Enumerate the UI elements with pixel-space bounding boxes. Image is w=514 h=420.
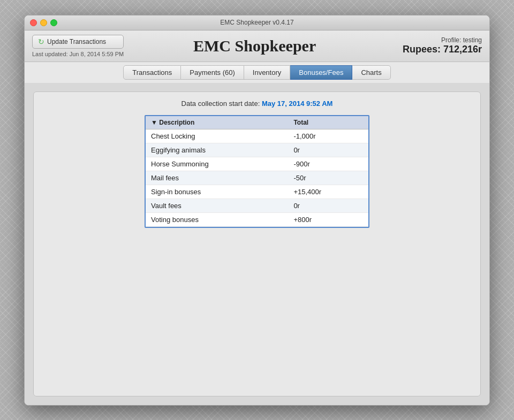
maximize-button[interactable] — [50, 19, 57, 26]
table-row: Horse Summoning-900r — [146, 157, 368, 171]
tab-payments[interactable]: Payments (60) — [181, 65, 244, 80]
cell-description: Horse Summoning — [146, 157, 288, 171]
main-window: EMC Shopkeeper v0.4.17 ↻ Update Transact… — [24, 15, 490, 406]
col-header-description[interactable]: ▼ Description — [146, 116, 288, 129]
cell-description: Vault fees — [146, 198, 288, 212]
table-row: Chest Locking-1,000r — [146, 129, 368, 143]
title-bar: EMC Shopkeeper v0.4.17 — [25, 16, 489, 30]
cell-description: Chest Locking — [146, 129, 288, 143]
table-header-row: ▼ Description Total — [146, 116, 368, 129]
table-row: Eggifying animals0r — [146, 143, 368, 157]
tab-bonuses-fees[interactable]: Bonuses/Fees — [290, 65, 352, 80]
collection-date: Data collection start date: May 17, 2014… — [41, 100, 473, 108]
close-button[interactable] — [30, 19, 37, 26]
minimize-button[interactable] — [40, 19, 47, 26]
update-transactions-button[interactable]: ↻ Update Transactions — [32, 35, 124, 49]
cell-total: -50r — [288, 171, 368, 185]
toolbar-left: ↻ Update Transactions Last updated: Jun … — [32, 35, 124, 57]
traffic-lights — [30, 19, 57, 26]
bonuses-fees-table-container: ▼ Description Total Chest Locking-1,000r… — [145, 115, 369, 228]
cell-total: 0r — [288, 143, 368, 157]
last-updated-text: Last updated: Jun 8, 2014 5:59 PM — [32, 51, 124, 57]
content-panel: Data collection start date: May 17, 2014… — [33, 91, 481, 396]
table-row: Voting bonuses+800r — [146, 212, 368, 226]
cell-total: +15,400r — [288, 185, 368, 198]
content-area: Data collection start date: May 17, 2014… — [25, 83, 489, 405]
tab-transactions[interactable]: Transactions — [123, 65, 181, 80]
toolbar: ↻ Update Transactions Last updated: Jun … — [25, 30, 489, 62]
tab-inventory[interactable]: Inventory — [244, 65, 290, 80]
profile-label: Profile: testing — [386, 36, 482, 44]
col-header-total[interactable]: Total — [288, 116, 368, 129]
cell-total: +800r — [288, 212, 368, 226]
cell-total: -900r — [288, 157, 368, 171]
cell-description: Mail fees — [146, 171, 288, 185]
update-icon: ↻ — [38, 37, 44, 46]
tab-charts[interactable]: Charts — [352, 65, 390, 80]
window-title: EMC Shopkeeper v0.4.17 — [25, 19, 489, 26]
app-title-section: EMC Shopkeeper — [124, 37, 386, 55]
bonuses-fees-table: ▼ Description Total Chest Locking-1,000r… — [146, 116, 368, 227]
tabs-bar: Transactions Payments (60) Inventory Bon… — [25, 62, 489, 83]
profile-section: Profile: testing Rupees: 712,216r — [386, 36, 482, 55]
table-row: Vault fees0r — [146, 198, 368, 212]
cell-total: 0r — [288, 198, 368, 212]
cell-description: Eggifying animals — [146, 143, 288, 157]
rupees-display: Rupees: 712,216r — [386, 44, 482, 55]
table-row: Mail fees-50r — [146, 171, 368, 185]
app-title: EMC Shopkeeper — [124, 37, 386, 55]
cell-description: Sign-in bonuses — [146, 185, 288, 198]
cell-description: Voting bonuses — [146, 212, 288, 226]
table-body: Chest Locking-1,000rEggifying animals0rH… — [146, 129, 368, 226]
update-button-label: Update Transactions — [47, 38, 106, 45]
table-row: Sign-in bonuses+15,400r — [146, 185, 368, 198]
cell-total: -1,000r — [288, 129, 368, 143]
